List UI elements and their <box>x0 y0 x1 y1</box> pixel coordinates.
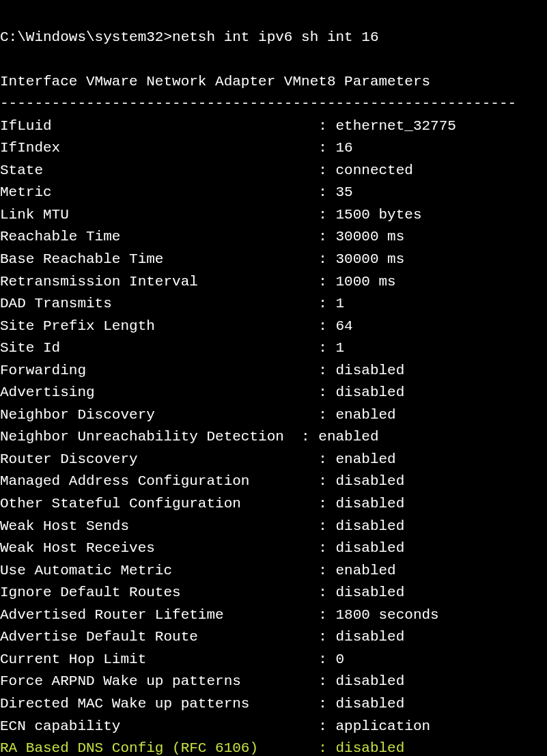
param-value: disabled <box>336 518 405 534</box>
param-separator: : <box>318 184 335 200</box>
param-separator: : <box>318 718 335 734</box>
param-separator: : <box>318 563 335 578</box>
param-label: IfIndex <box>0 140 318 156</box>
param-value: enabled <box>336 451 396 467</box>
param-value: 0 <box>336 652 345 667</box>
param-row: Ignore Default Routes : disabled <box>0 585 404 600</box>
param-label: Weak Host Sends <box>0 518 318 534</box>
param-value: 30000 ms <box>336 229 405 244</box>
param-label: Retransmission Interval <box>0 274 318 290</box>
param-label: Use Automatic Metric <box>0 563 318 578</box>
param-value: disabled <box>336 473 405 489</box>
param-value: disabled <box>336 673 405 689</box>
param-row: Weak Host Receives : disabled <box>0 540 404 556</box>
param-row: Base Reachable Time : 30000 ms <box>0 251 404 267</box>
param-value: 1500 bytes <box>336 207 422 223</box>
param-label: Ignore Default Routes <box>0 585 318 600</box>
prompt-path: C:\Windows\system32> <box>0 29 172 45</box>
param-value: 1000 ms <box>336 274 396 290</box>
param-row: Directed MAC Wake up patterns : disabled <box>0 696 404 712</box>
param-value: ethernet_32775 <box>336 118 456 134</box>
param-separator: : <box>318 696 335 712</box>
param-row: Site Id : 1 <box>0 340 344 356</box>
param-label: State <box>0 163 318 178</box>
param-separator: : <box>318 585 335 600</box>
separator-line: ----------------------------------------… <box>0 96 516 111</box>
param-separator: : <box>318 318 335 334</box>
param-value: 35 <box>336 184 353 200</box>
param-row: Force ARPND Wake up patterns : disabled <box>0 673 404 689</box>
param-row: RA Based DNS Config (RFC 6106) : disable… <box>0 740 404 756</box>
param-row: Retransmission Interval : 1000 ms <box>0 274 396 290</box>
param-value: disabled <box>336 496 405 512</box>
param-label: DAD Transmits <box>0 296 318 311</box>
param-label: Managed Address Configuration <box>0 473 318 489</box>
param-value: enabled <box>336 407 396 423</box>
param-separator: : <box>318 296 335 311</box>
param-row: State : connected <box>0 163 413 178</box>
param-label: Forwarding <box>0 363 318 378</box>
param-row: Managed Address Configuration : disabled <box>0 473 404 489</box>
param-label: Force ARPND Wake up patterns <box>0 673 318 689</box>
param-separator: : <box>318 274 335 290</box>
param-row: ECN capability : application <box>0 718 430 734</box>
param-row: Metric : 35 <box>0 184 353 200</box>
param-separator: : <box>318 540 335 556</box>
param-separator: : <box>318 673 335 689</box>
param-separator: : <box>318 118 335 134</box>
param-row: Other Stateful Configuration : disabled <box>0 496 404 512</box>
param-row: IfIndex : 16 <box>0 140 353 156</box>
param-separator: : <box>318 629 335 645</box>
param-separator: : <box>318 652 335 667</box>
param-separator: : <box>318 229 335 244</box>
command-text: netsh int ipv6 sh int 16 <box>172 29 378 45</box>
param-separator: : <box>318 207 335 223</box>
param-label: Site Prefix Length <box>0 318 318 334</box>
param-value: 30000 ms <box>336 251 405 267</box>
param-label: Reachable Time <box>0 229 318 244</box>
param-separator: : <box>318 451 335 467</box>
param-row: Link MTU : 1500 bytes <box>0 207 422 223</box>
param-value: 1 <box>336 296 345 311</box>
param-separator: : <box>318 140 335 156</box>
param-value: disabled <box>336 363 405 378</box>
param-value: 1 <box>336 340 345 356</box>
param-label: Current Hop Limit <box>0 652 318 667</box>
param-label: IfLuid <box>0 118 318 134</box>
param-label: Other Stateful Configuration <box>0 496 318 512</box>
param-value: connected <box>336 163 413 178</box>
parameter-list: IfLuid : ethernet_32775 IfIndex : 16 Sta… <box>0 115 547 756</box>
param-separator: : <box>318 607 335 623</box>
param-row: Use Automatic Metric : enabled <box>0 563 396 578</box>
param-row: Neighbor Unreachability Detection : enab… <box>0 429 379 445</box>
param-row: DAD Transmits : 1 <box>0 296 344 311</box>
param-label: Metric <box>0 184 318 200</box>
param-value: disabled <box>336 629 405 645</box>
param-label: Router Discovery <box>0 451 318 467</box>
param-label: ECN capability <box>0 718 318 734</box>
param-label: Site Id <box>0 340 318 356</box>
param-value: disabled <box>336 540 405 556</box>
interface-header: Interface VMware Network Adapter VMnet8 … <box>0 74 430 89</box>
param-row: Advertising : disabled <box>0 384 404 400</box>
param-row: IfLuid : ethernet_32775 <box>0 118 456 134</box>
param-value: disabled <box>336 585 405 600</box>
prompt-line: C:\Windows\system32>netsh int ipv6 sh in… <box>0 29 379 45</box>
param-separator: : <box>318 363 335 378</box>
param-value: enabled <box>336 563 396 578</box>
param-label: Directed MAC Wake up patterns <box>0 696 318 712</box>
param-row: Forwarding : disabled <box>0 363 404 378</box>
param-label: RA Based DNS Config (RFC 6106) <box>0 740 318 756</box>
param-label: Weak Host Receives <box>0 540 318 556</box>
param-value: disabled <box>336 384 405 400</box>
param-label: Advertising <box>0 384 318 400</box>
param-value: 1800 seconds <box>336 607 439 623</box>
param-separator: : <box>318 163 335 178</box>
param-label: Neighbor Discovery <box>0 407 318 423</box>
param-separator: : <box>318 496 335 512</box>
param-label: Base Reachable Time <box>0 251 318 267</box>
param-separator: : <box>318 740 335 756</box>
param-label: Neighbor Unreachability Detection <box>0 429 301 445</box>
param-value: 64 <box>336 318 353 334</box>
param-value: application <box>336 718 431 734</box>
